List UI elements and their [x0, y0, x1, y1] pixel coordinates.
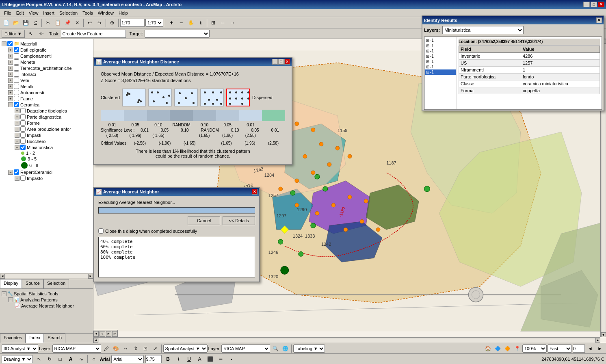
map-scroll-track-h[interactable]: [99, 338, 595, 342]
toc-expand-datazione[interactable]: +: [15, 108, 19, 113]
toc-cb-monete[interactable]: [14, 59, 19, 65]
line-color-btn[interactable]: ━: [216, 355, 225, 364]
dot-pattern-1[interactable]: [122, 89, 146, 106]
ann-close-btn[interactable]: ✕: [284, 59, 290, 65]
toc-cb-reperti[interactable]: [14, 169, 19, 175]
toc-item-area-prod[interactable]: + Area produzione anfor: [2, 126, 91, 132]
scroll-right-btn[interactable]: ►: [88, 274, 93, 279]
toc-item-parte-diag[interactable]: + Parte diagnostica: [2, 114, 91, 120]
toc-item-forme[interactable]: + Forme: [2, 120, 91, 126]
rotation-dec[interactable]: ◄: [586, 344, 595, 353]
sa-btn-2[interactable]: 🌐: [281, 344, 290, 353]
id-tree-item-5[interactable]: ⊞-1: [425, 64, 456, 69]
toc-expand-impasti[interactable]: +: [15, 133, 19, 138]
cut-button[interactable]: ✂: [43, 18, 52, 27]
drawing-dropdown[interactable]: Drawing ▼: [2, 355, 33, 363]
new-button[interactable]: 📄: [2, 18, 11, 27]
select-tool[interactable]: ↖: [35, 355, 43, 364]
map-nav-back[interactable]: ◄: [93, 331, 99, 337]
toc-item-miniaturistica[interactable]: − Miniaturistica: [2, 144, 91, 150]
rect-tool[interactable]: □: [56, 355, 65, 364]
toc-expand-root[interactable]: −: [2, 41, 6, 46]
draw-btn-3[interactable]: ↔: [121, 344, 130, 353]
toc-expand-terrecotte[interactable]: +: [8, 66, 13, 71]
toc-cb-forme[interactable]: [20, 120, 26, 126]
font-dropdown[interactable]: Arial: [111, 355, 144, 363]
tab-search[interactable]: Search: [44, 334, 65, 343]
labeling-dropdown[interactable]: Labeling ▼: [293, 344, 325, 353]
copy-button[interactable]: 📋: [53, 18, 62, 27]
italic-btn[interactable]: I: [174, 355, 183, 364]
toc-item-metalli[interactable]: + Metalli: [2, 83, 91, 89]
toc-cb-intonaci[interactable]: [14, 72, 19, 77]
toc-item-dati-epigrafici[interactable]: + Dati epigrafici: [2, 47, 91, 53]
identify-title-bar[interactable]: Identify Results ✕: [422, 16, 604, 24]
toc-item-terrecotte[interactable]: + Terrecotte_architettoniche: [2, 65, 91, 71]
paste-button[interactable]: 📌: [63, 18, 72, 27]
ann-min-btn[interactable]: _: [272, 59, 278, 65]
dot-pattern-4[interactable]: [200, 89, 224, 106]
target-dropdown[interactable]: [145, 30, 210, 38]
menu-help[interactable]: Help: [116, 10, 130, 16]
id-tree-item-2[interactable]: ⊞-1: [425, 48, 456, 54]
id-tree-item-3[interactable]: ⊞-1: [425, 54, 456, 59]
dot-pattern-2[interactable]: [148, 89, 172, 106]
ann-tool-item[interactable]: 📈 Average Nearest Neighbor: [2, 303, 91, 309]
rotation-input[interactable]: [573, 344, 585, 353]
zoom-in-button[interactable]: +: [167, 18, 176, 27]
draw-btn-4[interactable]: ⇕: [131, 344, 140, 353]
ann-title-bar[interactable]: 📊 Average Nearest Neighbor Distance _ □ …: [94, 58, 292, 66]
minimize-button[interactable]: _: [583, 2, 590, 7]
callout-icon[interactable]: ○: [89, 355, 98, 364]
toc-cb-parte-diag[interactable]: [20, 114, 26, 119]
draw-btn-2[interactable]: 🎨: [112, 344, 121, 353]
toc-expand-faune[interactable]: +: [8, 96, 13, 101]
open-button[interactable]: 📂: [11, 18, 20, 27]
id-tree-item-6[interactable]: ⊟-1: [425, 69, 456, 75]
toc-expand-antracoresti[interactable]: +: [8, 90, 13, 95]
fast-dropdown[interactable]: Fast: [548, 344, 572, 353]
layer-dropdown-2[interactable]: RICA MAP: [221, 344, 270, 353]
font-size-input[interactable]: [145, 355, 162, 363]
draw-btn-5[interactable]: ⊡: [141, 344, 150, 353]
id-tree-item-0[interactable]: ⊞-1: [425, 38, 456, 43]
ann-max-btn[interactable]: □: [278, 59, 284, 65]
toc-checkbox-root[interactable]: [7, 41, 13, 46]
toc-cb-antracoresti[interactable]: [14, 90, 19, 95]
toc-item-bucchero[interactable]: + Bucchero: [2, 138, 91, 144]
toc-cb-dati[interactable]: [14, 47, 19, 52]
font-color-btn[interactable]: A: [195, 355, 204, 364]
delete-button[interactable]: ✕: [73, 18, 82, 27]
toc-item-camp[interactable]: + Campionamenti: [2, 53, 91, 59]
underline-btn[interactable]: U: [184, 355, 193, 364]
identify-button[interactable]: ℹ: [196, 18, 205, 27]
tab-source[interactable]: Source: [22, 279, 43, 288]
toc-item-vetri[interactable]: + Vetri: [2, 77, 91, 83]
toc-expand-reperti[interactable]: −: [8, 170, 13, 175]
sa-btn-1[interactable]: 🔍: [271, 344, 280, 353]
progress-close-btn[interactable]: ✕: [252, 189, 258, 195]
toc-cb-area-prod[interactable]: [20, 126, 26, 132]
zoom-input[interactable]: 1:70: [120, 19, 145, 27]
toc-item-monete[interactable]: + Monete: [2, 59, 91, 65]
menu-view[interactable]: View: [26, 10, 41, 16]
highlight-btn[interactable]: ⬛: [206, 355, 214, 364]
toc-cb-datazione[interactable]: [20, 108, 26, 113]
draw-btn-6[interactable]: ⤢: [151, 344, 160, 353]
edit-tool[interactable]: ↖: [26, 29, 35, 38]
toc-expand-forme[interactable]: +: [15, 121, 19, 126]
toc-expand-monete[interactable]: +: [8, 60, 13, 65]
map-nav-end[interactable]: ⊳: [112, 331, 117, 337]
toc-expand-dati[interactable]: +: [8, 48, 13, 52]
menu-edit[interactable]: Edit: [14, 10, 26, 16]
toc-expand-bucchero[interactable]: +: [15, 139, 19, 144]
curve-tool[interactable]: ∿: [77, 355, 86, 364]
toc-cb-metalli[interactable]: [14, 84, 19, 89]
map-scroll-down[interactable]: ▼: [601, 332, 606, 337]
map-nav-home[interactable]: ○: [100, 331, 105, 337]
redo-button[interactable]: ↪: [95, 18, 104, 27]
geo-btn-3[interactable]: 📍: [513, 344, 522, 353]
toc-expand-ceramica[interactable]: −: [8, 102, 13, 107]
menu-file[interactable]: File: [2, 10, 14, 16]
toc-expand-camp[interactable]: +: [8, 54, 13, 58]
